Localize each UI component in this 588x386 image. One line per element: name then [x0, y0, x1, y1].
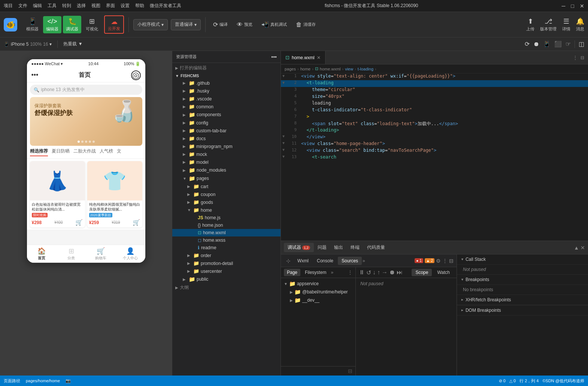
- tab-codequality[interactable]: 代码质量: [363, 243, 389, 252]
- bc-file[interactable]: home.wxml: [320, 67, 341, 71]
- tab-close-icon[interactable]: ✕: [317, 55, 321, 60]
- folder-home[interactable]: ▼ 📁 home: [172, 206, 281, 214]
- phone-search[interactable]: 🔍 iphone 13 火热发售中: [30, 85, 142, 95]
- watch-tab[interactable]: Watch: [433, 269, 454, 276]
- skip-button[interactable]: ⏭: [397, 269, 403, 276]
- editor-button[interactable]: </> 编辑器: [43, 16, 61, 33]
- folder-miniprogram-npm[interactable]: ▶ 📁 miniprogram_npm: [172, 142, 281, 150]
- menu-item-settings[interactable]: 设置: [121, 3, 130, 9]
- folder-node-modules[interactable]: ▶ 📁 node_modules: [172, 166, 281, 174]
- menu-item-wechat-dev[interactable]: 微信开发者工具: [150, 3, 181, 9]
- folder-common[interactable]: ▶ 📁 common: [172, 103, 281, 111]
- folder-docs[interactable]: ▶ 📁 docs: [172, 135, 281, 142]
- pause-button[interactable]: ⏸: [359, 269, 365, 276]
- cart-icon-1[interactable]: 🛒: [75, 219, 83, 226]
- expand-10[interactable]: ▼: [281, 134, 286, 141]
- collapse-debugger-icon[interactable]: ⊟: [449, 258, 454, 264]
- menu-item-select[interactable]: 选择: [77, 3, 86, 9]
- sources-dev[interactable]: ▶ 📁 __dev__: [281, 296, 355, 304]
- expand-11[interactable]: ▼: [281, 141, 286, 148]
- tab-popular[interactable]: 人气榜: [100, 148, 113, 156]
- cursor-icon[interactable]: ☞: [566, 40, 571, 48]
- tabbar-category[interactable]: ⊞ 分类: [57, 245, 86, 263]
- notification-button[interactable]: 🔔 消息: [576, 17, 584, 32]
- xhr-breakpoints-header[interactable]: ▼ XHR/fetch Breakpoints: [457, 295, 588, 305]
- hotreload-button[interactable]: 热重载 ▼: [63, 41, 82, 47]
- editor-tab-home-wxml[interactable]: ⊡ home.wxml ✕: [281, 51, 325, 64]
- folder-mock[interactable]: ▶ 📁 mock: [172, 150, 281, 158]
- bc-home[interactable]: home: [300, 67, 311, 71]
- tab-terminal[interactable]: 终端: [347, 243, 363, 252]
- panel-close-icon[interactable]: ✕: [581, 245, 585, 251]
- sources-options-icon[interactable]: ⋮: [348, 270, 352, 275]
- version-button[interactable]: ⎇ 版本管理: [540, 17, 557, 32]
- sources-page-tab[interactable]: Page: [284, 269, 300, 276]
- tab-output[interactable]: 输出: [330, 243, 347, 252]
- tab-debugger[interactable]: 调试器 1,2: [284, 243, 314, 252]
- menu-item-tools[interactable]: 工具: [48, 3, 57, 9]
- screenshot-status-icon[interactable]: 📷: [66, 379, 71, 383]
- maximize-button[interactable]: □: [571, 3, 574, 9]
- folder-public[interactable]: ▶ 📁 public: [172, 275, 281, 283]
- miniprogram-mode-dropdown[interactable]: 小程序模式 ▾: [133, 19, 168, 30]
- sidebar-toggle-icon[interactable]: ◫: [579, 40, 584, 48]
- folder-order[interactable]: ▶ 📁 order: [172, 251, 281, 259]
- simulator-button[interactable]: 📱 模拟器: [23, 16, 42, 33]
- step-out-button[interactable]: ↑: [377, 269, 380, 276]
- settings-icon[interactable]: ⚙: [436, 258, 441, 264]
- tab-more[interactable]: 文: [117, 148, 121, 156]
- folder-husky[interactable]: ▶ 📁 .husky: [172, 87, 281, 95]
- deactivate-button[interactable]: ⏺: [389, 269, 395, 276]
- window-controls[interactable]: ─ □ ✕: [562, 3, 584, 9]
- subtab-sources[interactable]: Sources: [338, 257, 362, 265]
- menu-item-interface[interactable]: 界面: [106, 3, 115, 9]
- more-subtabs-icon[interactable]: »: [363, 258, 365, 263]
- editor-split-icon[interactable]: ⊟: [581, 55, 584, 60]
- device-selector[interactable]: 📱 iPhone 5 100% 16 ▾: [4, 42, 52, 47]
- preview-button[interactable]: 👁 预览: [234, 20, 255, 30]
- menu-item-view[interactable]: 视图: [91, 3, 100, 9]
- folder-pages[interactable]: ▼ 📁 pages: [172, 174, 281, 183]
- tab-featured[interactable]: 精选推荐: [30, 148, 48, 156]
- dom-breakpoints-header[interactable]: ▼ DOM Breakpoints: [457, 305, 588, 316]
- folder-custom-tab-bar[interactable]: ▶ 📁 custom-tab-bar: [172, 127, 281, 135]
- more-options-icon[interactable]: ⋮: [442, 258, 448, 264]
- folder-components[interactable]: ▶ 📁 components: [172, 111, 281, 119]
- breakpoints-header[interactable]: ▼ Breakpoints: [457, 274, 588, 285]
- inspect-icon[interactable]: ⊹: [284, 256, 293, 265]
- cloud-dev-button[interactable]: ☁ 云开发: [104, 15, 124, 34]
- expand-1[interactable]: ▼: [281, 73, 286, 80]
- folder-config[interactable]: ▶ 📁 config: [172, 119, 281, 127]
- menu-item-edit[interactable]: 编辑: [33, 3, 42, 9]
- menu-item-file[interactable]: 文件: [18, 3, 27, 9]
- folder-cart[interactable]: ▶ 📁 cart: [172, 183, 281, 190]
- menu-bar[interactable]: 项目 文件 编辑 工具 转到 选择 视图 界面 设置 帮助 微信开发者工具: [4, 3, 181, 9]
- sources-more-icon[interactable]: »: [331, 270, 333, 275]
- step-into-button[interactable]: ↓: [373, 269, 376, 276]
- editor-menu-icon[interactable]: ⋮: [573, 55, 578, 60]
- file-home-js[interactable]: JS home.js: [172, 214, 281, 221]
- menu-item-goto[interactable]: 转到: [62, 3, 71, 9]
- menu-item-help[interactable]: 帮助: [135, 3, 144, 9]
- expand-2[interactable]: ▼: [281, 80, 286, 87]
- panel-expand-icon[interactable]: ▲: [574, 245, 579, 251]
- folder-goods[interactable]: ▶ 📁 goods: [172, 198, 281, 206]
- visualize-button[interactable]: ⊞ 可视化: [83, 16, 101, 33]
- cart-icon-2[interactable]: 🛒: [133, 219, 140, 226]
- detail-button[interactable]: ☰ 详情: [562, 17, 570, 32]
- explorer-menu-icon[interactable]: •••: [271, 54, 277, 60]
- folder-usercenter[interactable]: ▶ 📁 usercenter: [172, 267, 281, 275]
- folder-coupon[interactable]: ▶ 📁 coupon: [172, 190, 281, 198]
- open-editors-section[interactable]: ▶ 打开的编辑器: [172, 64, 281, 72]
- expand-12[interactable]: ▼: [281, 148, 286, 154]
- tab-summer[interactable]: 夏日防晒: [52, 148, 70, 156]
- sources-babel[interactable]: ▶ 📁 @babel/runtime/helper: [281, 288, 355, 296]
- subtab-console[interactable]: Console: [313, 257, 337, 265]
- step-over-button[interactable]: ↺: [366, 269, 371, 276]
- scope-tab[interactable]: Scope: [412, 269, 432, 276]
- folder-vscode[interactable]: ▶ 📁 .vscode: [172, 95, 281, 103]
- realtest-button[interactable]: 📲 真机调试: [258, 19, 290, 30]
- file-home-json[interactable]: {} home.json: [172, 221, 281, 229]
- sources-filesystem-tab[interactable]: Filesystem: [302, 269, 329, 276]
- debugger-button[interactable]: 🐛 调试器: [63, 16, 81, 33]
